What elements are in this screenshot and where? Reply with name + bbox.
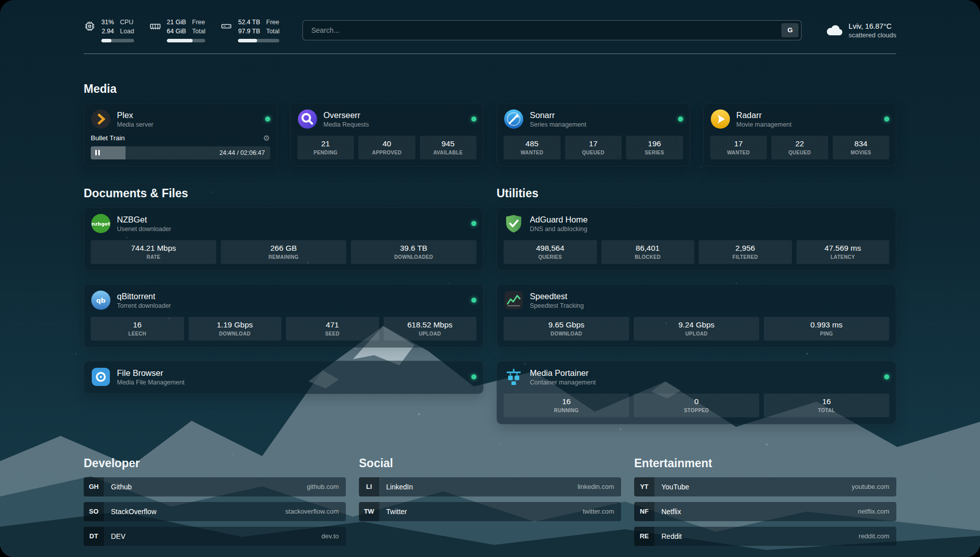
disk-total-value: 97.9 TB (238, 27, 260, 36)
stat-queued: 17 QUEUED (565, 136, 622, 159)
cpu-icon (84, 20, 96, 32)
stat-label: BLOCKED (603, 254, 693, 260)
overseerr-icon (297, 109, 318, 129)
stat-value: 471 (288, 320, 377, 329)
stat-label: WANTED (712, 150, 765, 155)
plex-icon (91, 109, 111, 129)
stat-ping: 0.993 ms PING (764, 317, 889, 341)
service-card-plex: Plex Media server Bullet Train ⚙ 24:44 /… (84, 103, 277, 166)
service-link-filebrowser[interactable]: File Browser Media File Management (91, 367, 476, 387)
stat-label: MOVIES (835, 150, 888, 155)
stat-download: 1.19 Gbps DOWNLOAD (189, 317, 282, 341)
service-subtitle: Media server (117, 121, 153, 128)
stat-queued: 22 QUEUED (771, 136, 828, 159)
service-link-qbittorrent[interactable]: qb qBittorrent Torrent downloader (91, 290, 476, 310)
bookmark-abbr: GH (84, 477, 104, 496)
stat-label: RUNNING (506, 408, 627, 413)
stat-value: 0 (636, 397, 757, 406)
section-title-entertainment: Entertainment (634, 457, 896, 470)
service-link-adguard[interactable]: AdGuard Home DNS and adblocking (504, 213, 889, 234)
service-link-portainer[interactable]: Media Portainer Container management (504, 367, 889, 387)
svg-text:qb: qb (96, 297, 106, 304)
service-card-radarr: Radarr Movie management 17 WANTED 22 QUE… (703, 103, 897, 166)
service-card-nzbget: nzbget NZBGet Usenet downloader 744.21 M… (84, 207, 483, 271)
service-card-portainer: Media Portainer Container management 16 … (497, 361, 896, 424)
bookmark-netflix[interactable]: NF Netflix netflix.com (634, 502, 896, 521)
stat-value: 16 (93, 320, 182, 329)
service-link-radarr[interactable]: Radarr Movie management (710, 109, 890, 129)
bookmark-stackoverflow[interactable]: SO StackOverflow stackoverflow.com (84, 502, 346, 521)
disk-free-label: Free (266, 18, 279, 27)
stat-movies: 834 MOVIES (833, 136, 890, 159)
radarr-icon (710, 109, 730, 129)
service-link-nzbget[interactable]: nzbget NZBGet Usenet downloader (91, 213, 476, 234)
status-dot (884, 374, 889, 379)
memory-progress-fill (167, 39, 193, 42)
weather-location: Lviv, 16.87°C (848, 22, 896, 32)
service-link-plex[interactable]: Plex Media server (91, 109, 270, 129)
pause-icon[interactable] (95, 150, 100, 155)
status-dot (471, 374, 476, 379)
cpu-usage-label: CPU (120, 18, 134, 27)
memory-progress-bar (167, 39, 206, 42)
bookmark-youtube[interactable]: YT YouTube youtube.com (634, 477, 896, 496)
service-card-overseerr: Overseerr Media Requests 21 PENDING 40 A… (290, 103, 484, 166)
bookmark-name: StackOverflow (104, 502, 163, 521)
stat-label: DOWNLOAD (506, 331, 627, 337)
stat-value: 945 (422, 139, 475, 148)
cpu-load-label: Load (120, 27, 134, 36)
bookmark-reddit[interactable]: RE Reddit reddit.com (634, 527, 896, 546)
bookmark-github[interactable]: GH Github github.com (84, 477, 346, 496)
bookmark-abbr: SO (84, 502, 104, 521)
service-name: File Browser (117, 368, 185, 378)
stat-rate: 744.21 Mbps RATE (91, 240, 216, 264)
section-title-utilities: Utilities (497, 187, 896, 200)
stat-value: 2,956 (701, 244, 790, 253)
service-subtitle: Media Requests (324, 121, 369, 128)
stat-label: LEECH (93, 331, 182, 337)
stat-label: UPLOAD (386, 331, 475, 337)
stat-total: 16 TOTAL (764, 394, 889, 417)
stat-value: 485 (506, 139, 559, 148)
stat-value: 86,401 (603, 244, 693, 253)
service-link-overseerr[interactable]: Overseerr Media Requests (297, 109, 477, 129)
bookmark-abbr: NF (634, 502, 654, 521)
bookmark-name: Netflix (654, 502, 688, 521)
service-subtitle: Series management (530, 121, 586, 128)
search-provider-button[interactable]: G (781, 23, 799, 37)
bookmark-twitter[interactable]: TW Twitter twitter.com (359, 502, 621, 521)
search-input[interactable] (310, 26, 781, 35)
service-name: Media Portainer (530, 368, 596, 378)
adguard-icon (504, 213, 524, 234)
stat-available: 945 AVAILABLE (420, 136, 477, 159)
stat-value: 16 (766, 397, 887, 406)
stat-seed: 471 SEED (286, 317, 379, 341)
section-title-social: Social (359, 457, 621, 470)
service-name: AdGuard Home (530, 214, 588, 225)
service-subtitle: Speedtest Tracking (530, 302, 584, 309)
disk-progress-bar (238, 39, 279, 42)
bookmark-url: twitter.com (583, 502, 621, 521)
stat-value: 0.993 ms (766, 320, 887, 329)
bookmark-dev[interactable]: DT DEV dev.to (84, 527, 346, 546)
service-card-adguard: AdGuard Home DNS and adblocking 498,564 … (497, 207, 896, 271)
bookmark-abbr: YT (634, 477, 654, 496)
service-link-speedtest[interactable]: Speedtest Speedtest Tracking (504, 290, 889, 310)
stat-value: 17 (567, 139, 620, 148)
stat-label: PENDING (299, 150, 352, 155)
playback-time: 24:44 / 02:06:47 (219, 149, 265, 156)
stat-downloaded: 39.6 TB DOWNLOADED (351, 240, 476, 264)
disk-progress-fill (238, 39, 257, 42)
stat-approved: 40 APPROVED (358, 136, 415, 159)
section-title-developer: Developer (84, 457, 346, 470)
bookmark-linkedin[interactable]: LI LinkedIn linkedin.com (359, 477, 621, 496)
service-link-sonarr[interactable]: Sonarr Series management (504, 109, 683, 129)
section-utilities: Utilities AdGuard Home (497, 187, 896, 424)
playback-progress-bar[interactable]: 24:44 / 02:06:47 (91, 146, 270, 159)
settings-gear-icon[interactable]: ⚙ (263, 134, 270, 142)
stat-label: DOWNLOADED (353, 254, 474, 260)
stat-label: SERIES (628, 150, 681, 155)
stat-label: PING (766, 331, 887, 337)
service-name: NZBGet (117, 214, 171, 225)
stat-value: 40 (360, 139, 413, 148)
